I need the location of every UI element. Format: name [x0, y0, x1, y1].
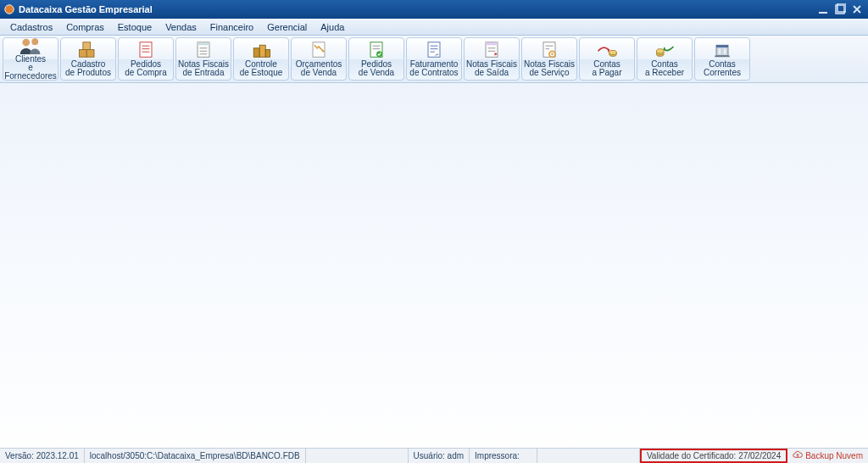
- toolbar-label: Faturamento de Contratos: [409, 60, 458, 77]
- menu-ajuda[interactable]: Ajuda: [314, 20, 351, 34]
- status-db: localhost/3050:C:\Datacaixa_Empresa\BD\B…: [85, 449, 306, 463]
- toolbar-notas-servico[interactable]: Notas Fiscais de Serviço: [521, 37, 577, 81]
- toolbar-label: Contas Correntes: [704, 60, 741, 77]
- invoice-in-icon: [192, 40, 215, 59]
- maximize-button[interactable]: [832, 3, 848, 16]
- toolbar-label: Notas Fiscais de Saída: [466, 60, 517, 77]
- toolbar-label: Notas Fiscais de Serviço: [524, 60, 575, 77]
- toolbar: Clientes e FornecedoresCadastro de Produ…: [0, 36, 868, 83]
- app-icon: [3, 3, 15, 15]
- toolbar-cadastro-produtos[interactable]: Cadastro de Produtos: [60, 37, 116, 81]
- order-out-icon: [364, 40, 388, 59]
- toolbar-label: Controle de Estoque: [240, 60, 283, 77]
- svg-rect-48: [724, 49, 726, 54]
- menu-compras[interactable]: Compras: [59, 20, 111, 34]
- cloud-upload-icon: [793, 450, 803, 462]
- svg-point-4: [22, 39, 30, 47]
- app-window: Datacaixa Gestão Empresarial Cadastros C…: [0, 0, 868, 463]
- menu-bar: Cadastros Compras Estoque Vendas Finance…: [0, 19, 868, 36]
- boxes-icon: [76, 40, 100, 59]
- svg-rect-19: [259, 45, 265, 57]
- svg-rect-47: [719, 49, 721, 54]
- status-certificate: Validade do Certificado: 27/02/2024: [640, 449, 787, 463]
- receive-icon: [653, 40, 676, 59]
- toolbar-faturamento-contratos[interactable]: Faturamento de Contratos: [406, 37, 462, 81]
- svg-rect-14: [198, 42, 209, 46]
- svg-rect-8: [83, 42, 91, 50]
- svg-rect-9: [140, 42, 152, 58]
- status-bar: Versão: 2023.12.01 localhost/3050:C:\Dat…: [0, 448, 868, 463]
- toolbar-notas-entrada[interactable]: Notas Fiscais de Entrada: [175, 37, 231, 81]
- workspace: [0, 83, 868, 448]
- toolbar-pedidos-compra[interactable]: Pedidos de Compra: [118, 37, 174, 81]
- status-printer: Impressora:: [470, 449, 537, 463]
- backup-nuvem-button[interactable]: Backup Nuvem: [787, 449, 868, 463]
- toolbar-orcamentos-venda[interactable]: Orçamentos de Venda: [291, 37, 347, 81]
- stock-icon: [249, 40, 273, 59]
- order-in-icon: [134, 40, 158, 59]
- status-version: Versão: 2023.12.01: [0, 449, 85, 463]
- svg-point-41: [609, 50, 617, 54]
- svg-rect-6: [80, 50, 87, 58]
- svg-point-5: [31, 38, 38, 45]
- toolbar-notas-saida[interactable]: Notas Fiscais de Saída: [464, 37, 520, 81]
- title-bar: Datacaixa Gestão Empresarial: [0, 0, 868, 19]
- svg-point-44: [656, 49, 664, 53]
- svg-rect-21: [313, 42, 325, 58]
- toolbar-controle-estoque[interactable]: Controle de Estoque: [233, 37, 289, 81]
- menu-vendas[interactable]: Vendas: [159, 20, 203, 34]
- pay-icon: [595, 40, 619, 59]
- svg-rect-46: [716, 45, 728, 47]
- budget-icon: [307, 40, 331, 59]
- svg-rect-32: [486, 42, 498, 46]
- svg-rect-49: [715, 56, 730, 58]
- menu-gerencial[interactable]: Gerencial: [260, 20, 314, 34]
- menu-cadastros[interactable]: Cadastros: [3, 20, 59, 34]
- invoice-out-icon: [480, 40, 504, 59]
- svg-rect-18: [253, 48, 259, 58]
- toolbar-label: Pedidos de Venda: [359, 60, 394, 77]
- app-title: Datacaixa Gestão Empresarial: [19, 4, 153, 14]
- toolbar-label: Contas a Pagar: [592, 60, 621, 77]
- toolbar-pedidos-venda[interactable]: Pedidos de Venda: [348, 37, 404, 81]
- status-user: Usuário: adm: [409, 449, 470, 463]
- toolbar-label: Orçamentos de Venda: [296, 60, 342, 77]
- service-icon: [537, 40, 561, 59]
- close-button[interactable]: [849, 3, 865, 16]
- svg-point-0: [5, 5, 14, 14]
- bank-icon: [710, 40, 734, 59]
- toolbar-label: Pedidos de Compra: [125, 60, 166, 77]
- menu-estoque[interactable]: Estoque: [111, 20, 159, 34]
- toolbar-label: Cadastro de Produtos: [65, 60, 111, 77]
- svg-rect-1: [819, 12, 827, 14]
- svg-point-37: [551, 53, 554, 55]
- toolbar-label: Contas a Receber: [645, 60, 684, 77]
- toolbar-contas-correntes[interactable]: Contas Correntes: [694, 37, 750, 81]
- toolbar-contas-pagar[interactable]: Contas a Pagar: [579, 37, 635, 81]
- toolbar-clientes-fornecedores[interactable]: Clientes e Fornecedores: [3, 37, 58, 81]
- svg-rect-20: [265, 50, 270, 58]
- minimize-button[interactable]: [815, 3, 831, 16]
- menu-financeiro[interactable]: Financeiro: [203, 20, 260, 34]
- toolbar-label: Clientes e Fornecedores: [4, 55, 57, 81]
- contract-icon: [422, 40, 446, 59]
- toolbar-contas-receber[interactable]: Contas a Receber: [637, 37, 693, 81]
- svg-point-22: [322, 50, 325, 53]
- svg-rect-7: [86, 50, 94, 58]
- toolbar-label: Notas Fiscais de Entrada: [178, 60, 229, 77]
- people-icon: [19, 36, 42, 54]
